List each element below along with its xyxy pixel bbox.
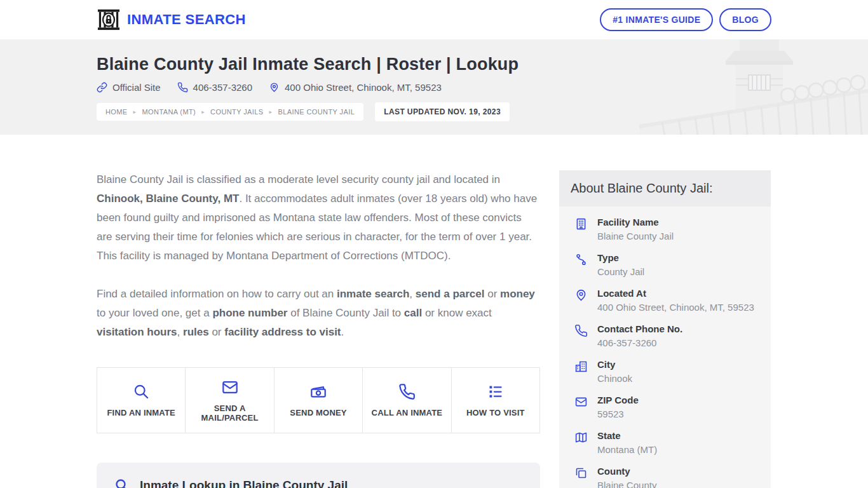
breadcrumb-separator: ▸: [133, 109, 137, 115]
fact-county: County Blaine County: [574, 466, 759, 488]
fact-located-at: Located At 400 Ohio Street, Chinook, MT,…: [574, 288, 759, 314]
send-mail-parcel-card[interactable]: SEND A MAIL/PARCEL: [185, 367, 274, 433]
send-money-card[interactable]: SEND MONEY: [274, 367, 363, 433]
envelope-icon: [574, 395, 588, 421]
guide-paragraph: Find a detailed information on how to ca…: [97, 285, 540, 342]
type-icon: [574, 252, 588, 278]
last-updated-badge: LAST UPDATED NOV. 19, 2023: [375, 102, 510, 121]
phone-icon: [177, 82, 188, 93]
money-icon: [309, 383, 327, 400]
breadcrumb-separator: ▸: [269, 109, 273, 115]
about-header: About Blaine County Jail:: [559, 170, 771, 207]
call-an-inmate-card[interactable]: CALL AN INMATE: [362, 367, 451, 433]
breadcrumb-county-jails[interactable]: COUNTY JAILS: [210, 108, 263, 116]
hero-banner: Blaine County Jail Inmate Search | Roste…: [0, 39, 868, 135]
building-icon: [574, 217, 588, 243]
list-icon: [487, 383, 504, 400]
header: INMATE SEARCH #1 INMATE'S GUIDE BLOG: [0, 0, 868, 39]
blog-button[interactable]: BLOG: [719, 8, 771, 31]
breadcrumb: HOME ▸ MONTANA (MT) ▸ COUNTY JAILS ▸ BLA…: [97, 103, 363, 121]
about-sidebar: About Blaine County Jail:: [559, 170, 771, 488]
fact-facility-name: Facility Name Blaine County Jail: [574, 217, 759, 243]
inmates-guide-button[interactable]: #1 INMATE'S GUIDE: [600, 8, 713, 31]
map-icon: [574, 430, 588, 456]
fact-city: City Chinook: [574, 359, 759, 385]
about-title: About Blaine County Jail:: [571, 181, 759, 196]
phone-icon: [398, 383, 416, 400]
fact-type: Type County Jail: [574, 252, 759, 278]
mail-icon: [221, 379, 239, 396]
logo-text: INMATE SEARCH: [127, 11, 246, 28]
hero-phone: 406-357-3260: [193, 82, 252, 93]
phone-link[interactable]: 406-357-3260: [177, 82, 252, 93]
breadcrumb-home[interactable]: HOME: [105, 108, 128, 116]
intro-paragraph: Blaine County Jail is classified as a mo…: [97, 170, 540, 266]
county-icon: [574, 466, 588, 488]
fact-contact-phone: Contact Phone No. 406-357-3260: [574, 323, 759, 349]
fact-zip-code: ZIP Code 59523: [574, 395, 759, 421]
address-item: 400 Ohio Street, Chinook, MT, 59523: [269, 82, 442, 93]
map-pin-icon: [269, 82, 280, 93]
main-content: Blaine County Jail is classified as a mo…: [97, 170, 540, 488]
breadcrumb-separator: ▸: [201, 109, 205, 115]
link-icon: [97, 82, 107, 93]
official-site-link[interactable]: Official Site: [97, 82, 161, 93]
jail-bars-lock-icon: [97, 8, 121, 31]
lookup-title: Inmate Lookup in Blaine County Jail: [140, 478, 348, 488]
find-an-inmate-card[interactable]: FIND AN INMATE: [97, 367, 186, 433]
page-title: Blaine County Jail Inmate Search | Roste…: [97, 55, 771, 74]
fact-state: State Montana (MT): [574, 430, 759, 456]
breadcrumb-montana[interactable]: MONTANA (MT): [142, 108, 196, 116]
site-logo[interactable]: INMATE SEARCH: [97, 8, 246, 31]
how-to-visit-card[interactable]: HOW TO VISIT: [451, 367, 540, 433]
quick-actions: FIND AN INMATE SEND A MAIL/PARCEL: [97, 367, 540, 433]
phone-icon: [574, 323, 588, 349]
search-icon: [114, 478, 130, 488]
map-pin-icon: [574, 288, 588, 314]
city-icon: [574, 359, 588, 385]
inmate-lookup-section: Inmate Lookup in Blaine County Jail: [97, 463, 540, 488]
hero-address: 400 Ohio Street, Chinook, MT, 59523: [285, 82, 442, 93]
search-icon: [133, 383, 150, 400]
breadcrumb-current: BLAINE COUNTY JAIL: [278, 108, 355, 116]
